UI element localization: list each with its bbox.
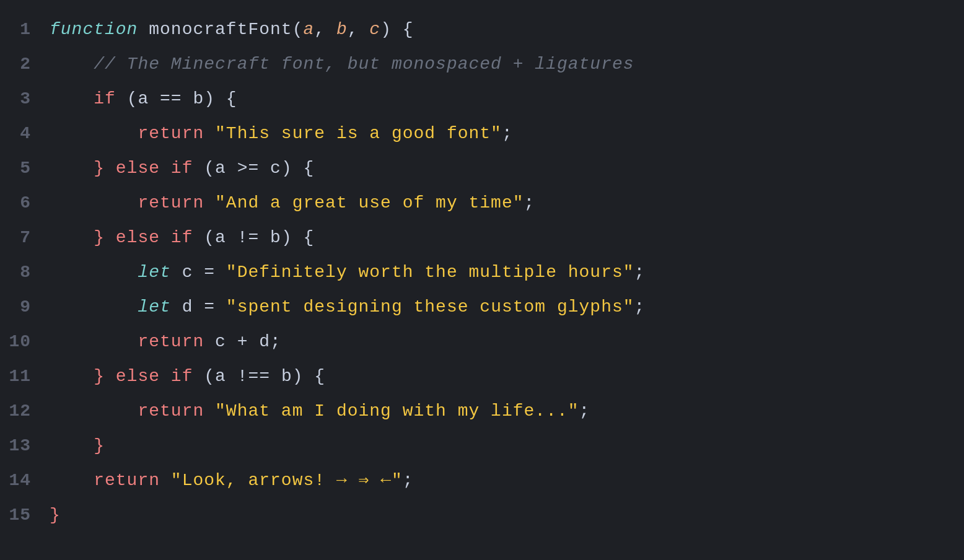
line-number: 4 <box>6 116 50 151</box>
token-punctuation: ; <box>634 297 646 317</box>
token-var-name: a <box>215 159 237 178</box>
token-kw-else: else if <box>116 228 204 247</box>
token-punctuation: ; <box>524 193 535 212</box>
token-comment: // The Minecraft font, but monospaced + … <box>50 55 634 74</box>
token-kw-let: let <box>50 263 182 282</box>
token-param-a: a <box>303 20 314 39</box>
token-string: "Definitely worth the multiple hours" <box>226 263 634 282</box>
token-brace: } <box>50 159 116 178</box>
token-punctuation: ) { <box>281 228 314 247</box>
token-kw-else: else if <box>116 367 204 386</box>
token-brace: } <box>50 436 105 455</box>
line-number: 9 <box>6 290 50 325</box>
code-line: 3 if (a == b) { <box>0 82 964 116</box>
code-line: 11 } else if (a !== b) { <box>0 359 964 394</box>
token-punctuation: ; <box>579 401 590 421</box>
code-line: 9 let d = "spent designing these custom … <box>0 290 964 325</box>
code-line: 15} <box>0 498 964 533</box>
token-punctuation: ) { <box>380 20 413 39</box>
code-line: 5 } else if (a >= c) { <box>0 151 964 186</box>
line-content: } else if (a >= c) { <box>50 151 314 186</box>
token-punctuation: ) { <box>292 367 325 386</box>
code-line: 8 let c = "Definitely worth the multiple… <box>0 255 964 290</box>
line-content: } <box>50 498 61 533</box>
code-line: 13 } <box>0 429 964 463</box>
token-ligature-eq: == <box>160 89 182 108</box>
code-line: 6 return "And a great use of my time"; <box>0 186 964 221</box>
token-punctuation: ) { <box>281 159 314 178</box>
line-number: 2 <box>6 47 50 82</box>
line-number: 7 <box>6 221 50 255</box>
token-kw-return: return <box>50 193 215 212</box>
line-number: 12 <box>6 394 50 429</box>
line-content: function monocraftFont(a, b, c) { <box>50 12 414 47</box>
token-kw-return: return <box>50 471 171 490</box>
line-content: return "And a great use of my time"; <box>50 186 535 221</box>
token-var-name: b <box>182 89 204 108</box>
line-content: // The Minecraft font, but monospaced + … <box>50 47 634 82</box>
token-ligature-eq: !== <box>237 367 270 386</box>
token-param-b: b <box>336 20 348 39</box>
token-string: "This sure is a good font" <box>215 124 502 143</box>
token-string: "And a great use of my time" <box>215 193 524 212</box>
line-number: 11 <box>6 359 50 394</box>
token-punctuation: ( <box>204 228 215 247</box>
line-content: } else if (a != b) { <box>50 221 314 255</box>
line-content: return "This sure is a good font"; <box>50 116 513 151</box>
token-operator: = <box>204 263 226 282</box>
token-punctuation: , <box>314 20 336 39</box>
token-string: "spent designing these custom glyphs" <box>226 297 634 317</box>
token-punctuation: ; <box>270 332 281 351</box>
token-kw-return: return <box>50 401 215 421</box>
token-kw-if: if <box>50 89 127 108</box>
line-content: return "What am I doing with my life..."… <box>50 394 590 429</box>
token-var-name: d <box>182 297 204 317</box>
token-ligature-eq: >= <box>237 159 260 178</box>
token-punctuation: , <box>348 20 370 39</box>
line-number: 13 <box>6 429 50 463</box>
token-kw-return: return <box>50 124 215 143</box>
line-number: 14 <box>6 463 50 498</box>
line-content: return c + d; <box>50 325 281 359</box>
token-punctuation: ) { <box>204 89 237 108</box>
line-content: } else if (a !== b) { <box>50 359 325 394</box>
line-number: 8 <box>6 255 50 290</box>
token-var-name: b <box>259 228 281 247</box>
token-ligature-eq: != <box>237 228 260 247</box>
token-string: "What am I doing with my life..." <box>215 401 579 421</box>
line-content: let d = "spent designing these custom gl… <box>50 290 645 325</box>
token-punctuation: ( <box>204 367 215 386</box>
code-line: 7 } else if (a != b) { <box>0 221 964 255</box>
token-var-name: a <box>215 228 237 247</box>
line-number: 10 <box>6 325 50 359</box>
token-var-name: a <box>215 367 237 386</box>
code-line: 10 return c + d; <box>0 325 964 359</box>
token-var-name: d <box>259 332 270 351</box>
line-number: 15 <box>6 498 50 533</box>
token-brace: } <box>50 367 116 386</box>
code-line: 4 return "This sure is a good font"; <box>0 116 964 151</box>
token-var-name: c <box>215 332 237 351</box>
line-number: 1 <box>6 12 50 47</box>
token-punctuation: ( <box>204 159 215 178</box>
token-brace: } <box>50 228 116 247</box>
token-operator: + <box>237 332 260 351</box>
line-number: 6 <box>6 186 50 221</box>
token-var-name: a <box>138 89 160 108</box>
token-brace: } <box>50 505 61 525</box>
line-content: } <box>50 429 105 463</box>
code-line: 14 return "Look, arrows! → ⇒ ←"; <box>0 463 964 498</box>
token-kw-function: function <box>50 20 149 39</box>
token-var-name: c <box>182 263 204 282</box>
token-punctuation: ; <box>403 471 414 490</box>
line-content: let c = "Definitely worth the multiple h… <box>50 255 645 290</box>
token-var-name: c <box>259 159 281 178</box>
line-number: 5 <box>6 151 50 186</box>
code-editor: 1function monocraftFont(a, b, c) {2 // T… <box>0 0 964 560</box>
token-punctuation: ; <box>634 263 646 282</box>
token-operator: = <box>204 297 226 317</box>
line-content: if (a == b) { <box>50 82 237 116</box>
token-kw-else: else if <box>116 159 204 178</box>
token-fn-name: monocraftFont <box>149 20 292 39</box>
token-kw-let: let <box>50 297 182 317</box>
